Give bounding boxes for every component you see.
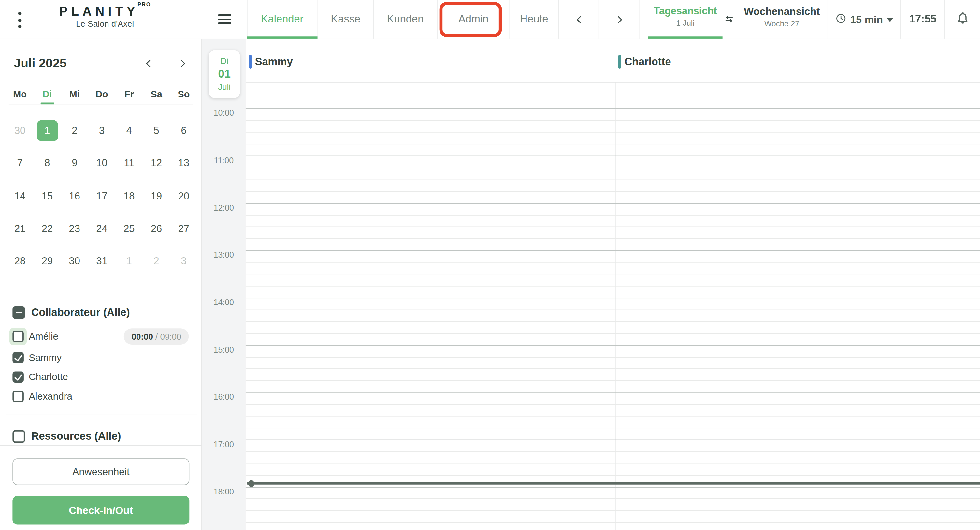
quarter-gridline	[246, 120, 980, 121]
mini-cal-day-number: 10	[91, 153, 112, 174]
collaborators-select-all-checkbox[interactable]	[13, 307, 25, 319]
quarter-gridline	[246, 380, 980, 381]
header-separator	[246, 83, 980, 83]
interval-dropdown[interactable]: 15 min	[827, 0, 900, 39]
mini-cal-day[interactable]: 15	[33, 180, 61, 212]
mini-cal-day[interactable]: 20	[170, 180, 197, 212]
date-chip-day: 01	[218, 67, 230, 80]
mini-cal-day[interactable]: 11	[115, 147, 143, 180]
column-header-sammy: Sammy	[255, 55, 293, 69]
quarter-gridline	[246, 369, 980, 369]
check-in-out-button[interactable]: Check-In/Out	[13, 496, 189, 524]
mini-cal-day-number: 17	[91, 185, 112, 207]
mini-cal-day-number: 21	[9, 219, 30, 239]
mini-cal-weekday: Sa	[143, 88, 170, 100]
hamburger-menu-icon[interactable]	[202, 0, 248, 39]
checkbox-alexandra[interactable]	[13, 391, 24, 402]
mini-cal-day-number: 16	[64, 185, 85, 207]
mini-cal-day[interactable]: 21	[6, 212, 33, 245]
mini-cal-day-number: 23	[64, 219, 85, 239]
mini-calendar-weekday-row: MoDiMiDoFrSaSo	[6, 88, 197, 100]
tab-kalender[interactable]: Kalender	[247, 0, 318, 39]
mini-cal-day[interactable]: 26	[143, 212, 170, 245]
mini-cal-day-number: 5	[146, 120, 167, 142]
mini-cal-day[interactable]: 24	[88, 212, 116, 245]
tab-week-view[interactable]: Wochenansicht Woche 27	[744, 6, 820, 28]
mini-calendar-grid: 3012345678910111213141516171819202122232…	[6, 114, 197, 278]
swap-views-icon[interactable]	[724, 14, 734, 27]
mini-cal-day[interactable]: 18	[115, 180, 143, 212]
current-time-dot	[248, 480, 255, 487]
tab-kunden[interactable]: Kunden	[374, 0, 438, 39]
mini-cal-day-number: 28	[9, 251, 30, 272]
tab-kasse[interactable]: Kasse	[318, 0, 374, 39]
date-chip: Di 01 Juli	[209, 50, 240, 98]
quarter-gridline	[246, 191, 980, 192]
mini-calendar-prev-button[interactable]	[139, 54, 158, 73]
notifications-button[interactable]	[945, 0, 980, 39]
week-view-label: Wochenansicht	[744, 6, 820, 17]
mini-cal-day[interactable]: 10	[88, 147, 116, 180]
mini-cal-day[interactable]: 3	[88, 114, 116, 147]
mini-calendar-next-button[interactable]	[173, 54, 192, 73]
mini-cal-day[interactable]: 27	[170, 212, 197, 245]
mini-cal-day[interactable]: 7	[6, 147, 33, 180]
mini-cal-day[interactable]: 17	[88, 180, 116, 212]
mini-cal-day[interactable]: 13	[170, 147, 197, 180]
attendance-button[interactable]: Anwesenheit	[13, 458, 189, 485]
resources-header: Ressources (Alle)	[13, 430, 121, 443]
tab-heute[interactable]: Heute	[510, 0, 559, 39]
mini-cal-day[interactable]: 8	[33, 147, 61, 180]
mini-cal-day-number: 3	[91, 120, 112, 142]
time-label: 17:00	[202, 440, 246, 449]
hour-gridline	[246, 392, 980, 393]
chevron-right-button[interactable]	[600, 0, 640, 39]
checkbox-sammy[interactable]	[13, 352, 24, 364]
resources-select-all-checkbox[interactable]	[13, 430, 25, 443]
mini-cal-day[interactable]: 19	[143, 180, 170, 212]
time-gutter: Di 01 Juli 10:0011:0012:0013:0014:0015:0…	[202, 39, 246, 530]
mini-cal-day[interactable]: 25	[115, 212, 143, 245]
checkbox-charlotte[interactable]	[13, 372, 24, 383]
mini-cal-weekday: Fr	[115, 88, 143, 100]
mini-cal-day[interactable]: 1	[115, 245, 143, 278]
mini-cal-day[interactable]: 2	[143, 245, 170, 278]
mini-cal-day[interactable]: 23	[61, 212, 88, 245]
tab-day-view[interactable]: Tagesansicht 1 Juli	[648, 6, 722, 27]
checkbox-amelie[interactable]	[13, 331, 24, 342]
mini-cal-day[interactable]: 29	[33, 245, 61, 278]
mini-cal-day[interactable]: 4	[115, 114, 143, 147]
mini-cal-day[interactable]: 3	[170, 245, 197, 278]
mini-cal-day[interactable]: 31	[88, 245, 116, 278]
quarter-gridline	[246, 274, 980, 275]
hour-gridline	[246, 156, 980, 156]
planned-time: / 09:00	[153, 332, 181, 341]
mini-cal-day[interactable]: 16	[61, 180, 88, 212]
mini-cal-day-number: 4	[119, 120, 140, 142]
collaborator-row: Sammy	[0, 349, 202, 366]
main-tabs: KalenderKasseKundenAdminHeute	[247, 0, 640, 39]
tab-admin[interactable]: Admin	[438, 0, 510, 39]
mini-cal-day-number: 24	[91, 219, 112, 239]
mini-cal-day[interactable]: 22	[33, 212, 61, 245]
mini-cal-day[interactable]: 12	[143, 147, 170, 180]
kebab-menu-icon[interactable]	[15, 12, 24, 28]
date-chip-month: Juli	[218, 83, 231, 92]
mini-cal-day-number: 2	[64, 120, 85, 142]
mini-cal-day[interactable]: 9	[61, 147, 88, 180]
mini-cal-day-number: 31	[91, 251, 112, 272]
collaborators-title: Collaborateur (Alle)	[31, 307, 130, 319]
tab-label: Kalender	[261, 13, 304, 26]
chevron-left-button[interactable]	[559, 0, 600, 39]
quarter-gridline	[246, 286, 980, 287]
mini-cal-day[interactable]: 30	[6, 114, 33, 147]
mini-cal-day[interactable]: 14	[6, 180, 33, 212]
current-clock: 17:55	[900, 0, 945, 39]
mini-cal-day[interactable]: 28	[6, 245, 33, 278]
mini-cal-day[interactable]: 6	[170, 114, 197, 147]
mini-cal-day[interactable]: 2	[61, 114, 88, 147]
time-label: 16:00	[202, 393, 246, 402]
mini-cal-day[interactable]: 5	[143, 114, 170, 147]
mini-cal-day[interactable]: 1	[33, 114, 61, 147]
mini-cal-day[interactable]: 30	[61, 245, 88, 278]
